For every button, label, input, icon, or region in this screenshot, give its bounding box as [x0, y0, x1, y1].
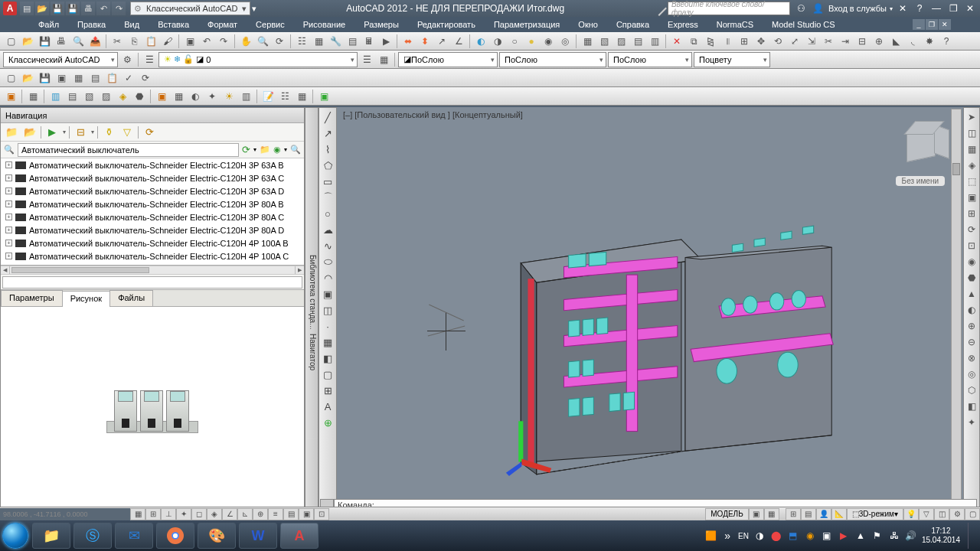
nav-folder-icon[interactable]: 📁: [4, 125, 19, 140]
tree-node[interactable]: +Автоматический выключатель-Schneider El…: [1, 210, 304, 223]
tb-tool-icon[interactable]: 🔧: [328, 34, 343, 49]
menu-view[interactable]: Вид: [115, 18, 149, 31]
ex2-9-icon[interactable]: ▣: [154, 89, 169, 104]
task-explorer[interactable]: 📁: [32, 523, 70, 549]
plotstyle-dropdown[interactable]: Поцвету: [694, 52, 770, 67]
tb-offset-icon[interactable]: ⫴: [720, 34, 735, 49]
qat-saveas-icon[interactable]: 💾: [66, 2, 80, 15]
sb-anno-icon[interactable]: 👤: [816, 508, 831, 520]
tb-vs6-icon[interactable]: ◎: [557, 34, 573, 49]
signin-icon[interactable]: 👤: [812, 2, 825, 15]
r1-17-icon[interactable]: ⬡: [964, 383, 979, 398]
draw-polygon-icon[interactable]: ⬠: [320, 158, 335, 173]
ex2-16-icon[interactable]: ☷: [277, 89, 292, 104]
tb-m4-icon[interactable]: ▤: [630, 34, 645, 49]
nav-up-icon[interactable]: 📂: [22, 125, 38, 140]
sb-ann2-icon[interactable]: 📐: [831, 508, 847, 520]
viewcube[interactable]: [899, 119, 945, 165]
sb-3dosnap-icon[interactable]: ◈: [207, 508, 222, 520]
draw-spline-icon[interactable]: ∿: [320, 238, 335, 253]
tb-m5-icon[interactable]: ▥: [647, 34, 662, 49]
sb-sc-icon[interactable]: ⊡: [314, 508, 329, 520]
qat-redo-icon[interactable]: ↷: [112, 2, 126, 15]
tb-block-icon[interactable]: ▣: [182, 34, 198, 49]
tb-break-icon[interactable]: ⊟: [854, 34, 870, 49]
ex2-17-icon[interactable]: ▦: [294, 89, 309, 104]
tray-vol-icon[interactable]: 🔊: [905, 530, 917, 542]
draw-point-icon[interactable]: ·: [320, 318, 335, 334]
tray-expand-icon[interactable]: »: [721, 530, 733, 542]
menu-modelstudio[interactable]: Model Studio CS: [763, 18, 844, 31]
task-outlook[interactable]: ✉: [115, 523, 153, 549]
r1-pointer-icon[interactable]: ➤: [964, 109, 979, 125]
nav-filter-input[interactable]: [2, 276, 302, 289]
r1-16-icon[interactable]: ◎: [964, 367, 979, 382]
sb-iso-icon[interactable]: ◫: [934, 508, 949, 520]
lineweight-dropdown[interactable]: ПоСлою: [608, 52, 692, 67]
ex1-2-icon[interactable]: 📂: [20, 70, 35, 86]
nav-filter2-icon[interactable]: ▽: [119, 125, 135, 140]
tray-5-icon[interactable]: ▣: [821, 530, 833, 542]
r1-1-icon[interactable]: ◫: [964, 126, 979, 141]
task-paint[interactable]: 🎨: [198, 523, 236, 549]
tb-rotate-icon[interactable]: ⟲: [770, 34, 786, 49]
tb-m3-icon[interactable]: ▨: [613, 34, 629, 49]
tb-match-icon[interactable]: 🖌: [160, 34, 175, 49]
draw-block-icon[interactable]: ◫: [320, 302, 335, 318]
tb-dim3-icon[interactable]: ↗: [434, 34, 449, 49]
layer-dropdown[interactable]: ☀ ❄ 🔓 ◪ 0: [158, 52, 358, 67]
draw-ellarc-icon[interactable]: ◠: [320, 270, 335, 285]
tb-dim2-icon[interactable]: ⬍: [417, 34, 433, 49]
nav-search-input[interactable]: [18, 143, 239, 157]
menu-edit[interactable]: Правка: [68, 18, 115, 31]
linetype-dropdown[interactable]: ПоСлою: [499, 52, 606, 67]
task-chrome[interactable]: [156, 523, 194, 549]
sb-a1-icon[interactable]: ▣: [749, 508, 764, 520]
status-model[interactable]: МОДЕЛЬ: [705, 508, 748, 520]
sb-qp-icon[interactable]: ▣: [299, 508, 314, 520]
menu-modify[interactable]: Редактировать: [408, 18, 485, 31]
tb-vs1-icon[interactable]: ◐: [473, 34, 488, 49]
tb-calc-icon[interactable]: 🖩: [361, 34, 377, 49]
viewcube-label[interactable]: Без имени: [896, 176, 945, 186]
menu-express[interactable]: Express: [658, 18, 707, 31]
menu-help[interactable]: Справка: [607, 18, 658, 31]
menu-window[interactable]: Окно: [569, 18, 607, 31]
ex1-7-icon[interactable]: 📋: [104, 70, 119, 86]
nav-filter1-icon[interactable]: ⚱: [101, 125, 116, 140]
vtab-library[interactable]: Библиотека станда... Навигатор: [305, 107, 318, 519]
color-dropdown[interactable]: ◪ ПоСлою: [398, 52, 498, 67]
draw-gradient-icon[interactable]: ◧: [320, 350, 335, 366]
ex2-2-icon[interactable]: ▦: [25, 89, 41, 104]
start-button[interactable]: [0, 520, 31, 551]
nav-tree[interactable]: +Автоматический выключатель-Schneider El…: [1, 158, 304, 266]
tb-layer-icon[interactable]: ☰: [142, 52, 157, 67]
tb-scale-icon[interactable]: ⤢: [787, 34, 802, 49]
tree-node[interactable]: +Автоматический выключатель-Schneider El…: [1, 171, 304, 184]
sb-a2-icon[interactable]: ▦: [764, 508, 779, 520]
viewport-label[interactable]: [–] [Пользовательский вид ] [Концептуаль…: [343, 110, 523, 119]
tray-net-icon[interactable]: 🖧: [888, 530, 900, 542]
sb-otrack-icon[interactable]: ∠: [222, 508, 237, 520]
tb-pan-icon[interactable]: ✋: [238, 34, 253, 49]
ex1-4-icon[interactable]: ▣: [54, 70, 69, 86]
draw-region-icon[interactable]: ▢: [320, 367, 335, 382]
tb-move-icon[interactable]: ✥: [753, 34, 769, 49]
r1-13-icon[interactable]: ⊕: [964, 318, 979, 334]
draw-ellipse-icon[interactable]: ⬭: [320, 254, 335, 269]
sb-grid-icon[interactable]: ⊞: [145, 508, 161, 520]
task-word[interactable]: W: [239, 523, 277, 549]
tree-node[interactable]: +Автоматический выключатель-Schneider El…: [1, 197, 304, 210]
tb-ws-gear-icon[interactable]: ⚙: [119, 52, 135, 67]
tb-cut-icon[interactable]: ✂: [109, 34, 125, 49]
tb-vs5-icon[interactable]: ◉: [541, 34, 556, 49]
tb-zoom-icon[interactable]: 🔍: [255, 34, 270, 49]
ex2-12-icon[interactable]: ✦: [204, 89, 220, 104]
tb-copy-icon[interactable]: ⎘: [126, 34, 142, 49]
menu-parametric[interactable]: Параметризация: [485, 18, 569, 31]
ex2-5-icon[interactable]: ▧: [81, 89, 96, 104]
help-icon[interactable]: ?: [913, 2, 926, 15]
tb-vs3-icon[interactable]: ○: [507, 34, 522, 49]
draw-line-icon[interactable]: ╱: [320, 109, 335, 125]
r1-2-icon[interactable]: ▦: [964, 142, 979, 157]
